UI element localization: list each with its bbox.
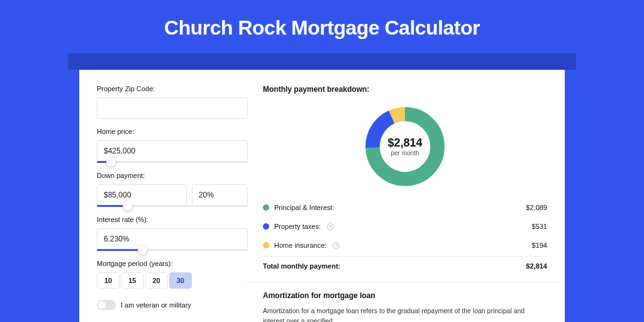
amortization-text: Amortization for a mortgage loan refers …: [263, 306, 547, 322]
legend-value: $531: [532, 223, 547, 230]
rate-label: Interest rate (%):: [97, 216, 248, 223]
price-slider-thumb[interactable]: [106, 157, 116, 167]
donut-sub: per month: [391, 150, 419, 157]
donut-amount: $2,814: [387, 136, 422, 150]
legend-dot: [263, 223, 269, 230]
down-slider-thumb[interactable]: [123, 201, 132, 211]
period-option-30[interactable]: 30: [169, 272, 192, 289]
breakdown-heading: Monthly payment breakdown:: [263, 85, 547, 94]
period-options: 10152030: [97, 272, 248, 289]
donut-center: $2,814 per month: [362, 104, 448, 189]
legend-total-row: Total monthly payment: $2,814: [263, 256, 547, 275]
legend-row: Property taxes:?$531: [263, 217, 547, 236]
amortization-heading: Amortization for mortgage loan: [263, 291, 547, 300]
down-label: Down payment:: [97, 172, 248, 179]
price-field-group: Home price:: [97, 128, 248, 163]
period-field-group: Mortgage period (years): 10152030: [97, 260, 248, 289]
down-field-group: Down payment:: [97, 172, 248, 207]
amortization-block: Amortization for mortgage loan Amortizat…: [263, 282, 547, 322]
legend-row: Principal & Interest:$2,089: [263, 198, 547, 217]
period-option-15[interactable]: 15: [121, 272, 143, 289]
rate-slider[interactable]: [97, 249, 248, 251]
rate-slider-thumb[interactable]: [138, 245, 147, 255]
price-input[interactable]: [97, 140, 248, 162]
form-column: Property Zip Code: Home price: Down paym…: [97, 85, 248, 322]
rate-field-group: Interest rate (%):: [97, 216, 248, 251]
zip-field-group: Property Zip Code:: [97, 85, 248, 119]
page-title: Church Rock Mortgage Calculator: [0, 0, 644, 53]
calculator-card: Property Zip Code: Home price: Down paym…: [79, 70, 565, 322]
legend: Principal & Interest:$2,089Property taxe…: [263, 198, 547, 255]
rate-input[interactable]: [97, 228, 248, 250]
donut-chart: $2,814 per month: [362, 104, 448, 189]
period-option-20[interactable]: 20: [145, 272, 168, 289]
info-icon[interactable]: ?: [327, 223, 334, 230]
legend-dot: [263, 242, 269, 248]
accent-bar: [68, 53, 576, 70]
down-percent-input[interactable]: [192, 184, 248, 206]
down-amount-input[interactable]: [97, 184, 187, 206]
down-slider[interactable]: [97, 205, 248, 207]
price-label: Home price:: [97, 128, 248, 135]
legend-label: Principal & Interest:: [274, 204, 334, 211]
period-label: Mortgage period (years):: [97, 260, 248, 267]
price-slider[interactable]: [97, 161, 248, 163]
legend-value: $2,089: [526, 204, 547, 211]
veteran-toggle[interactable]: [97, 300, 116, 310]
zip-input[interactable]: [97, 97, 248, 119]
period-option-10[interactable]: 10: [97, 272, 119, 289]
toggle-knob: [98, 301, 106, 309]
rate-slider-fill: [97, 249, 142, 251]
legend-total-value: $2,814: [526, 262, 547, 270]
legend-dot: [263, 204, 269, 211]
legend-row: Home insurance:?$194: [263, 236, 547, 255]
veteran-row: I am veteran or military: [97, 300, 248, 310]
info-icon[interactable]: ?: [333, 242, 340, 249]
zip-label: Property Zip Code:: [97, 85, 248, 92]
legend-label: Property taxes:: [274, 223, 321, 230]
legend-value: $194: [532, 242, 547, 249]
breakdown-column: Monthly payment breakdown: $2,814 per mo…: [263, 85, 547, 322]
legend-label: Home insurance:: [274, 242, 326, 249]
donut-wrap: $2,814 per month: [263, 100, 547, 198]
veteran-label: I am veteran or military: [121, 301, 191, 309]
legend-total-label: Total monthly payment:: [263, 262, 340, 270]
